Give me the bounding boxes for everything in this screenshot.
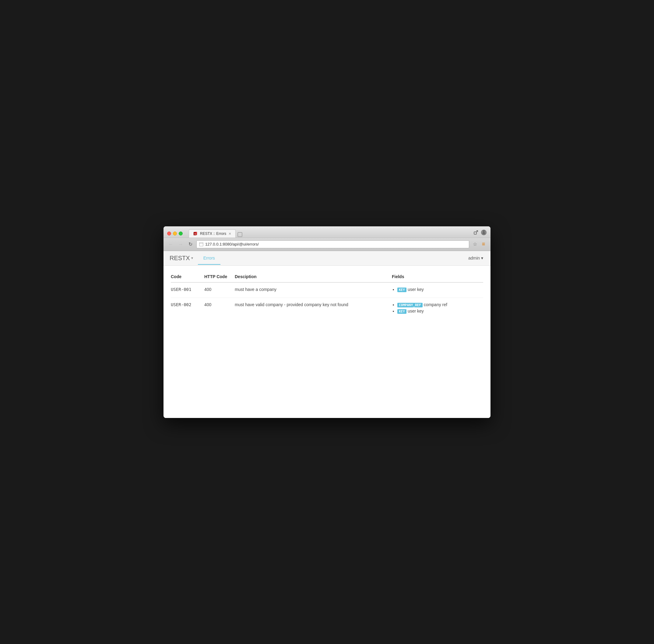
- tab-area: R RESTX :: Errors ×: [189, 229, 470, 238]
- cell-description: must have a company: [235, 282, 392, 298]
- title-bar: R RESTX :: Errors ×: [164, 226, 490, 238]
- brand-caret[interactable]: ▾: [191, 256, 193, 260]
- field-badge: COMPANY_REF: [397, 303, 422, 307]
- table-header: Code HTTP Code Desciption Fields: [171, 272, 483, 282]
- page-icon: [199, 242, 203, 247]
- col-description: Desciption: [235, 272, 392, 282]
- tab-close-icon[interactable]: ×: [229, 232, 231, 236]
- tab-title: RESTX :: Errors: [200, 232, 226, 236]
- field-item: COMPANY_REFcompany ref: [397, 302, 480, 307]
- close-button[interactable]: [167, 232, 171, 235]
- forward-button[interactable]: →: [177, 241, 184, 248]
- bookmark-icon[interactable]: ☆: [471, 241, 478, 248]
- browser-window: R RESTX :: Errors ×: [164, 226, 490, 418]
- window-controls: [473, 229, 487, 237]
- cell-code: USER-002: [171, 298, 204, 319]
- minimize-button[interactable]: [173, 232, 177, 235]
- restore-icon[interactable]: [473, 229, 479, 235]
- admin-menu[interactable]: admin ▾: [467, 253, 484, 263]
- nav-tabs: Errors: [198, 251, 220, 265]
- url-bar[interactable]: 127.0.0.1:8080/api/@ui/errors/: [196, 240, 469, 248]
- cell-http-code: 400: [204, 298, 235, 319]
- errors-table: Code HTTP Code Desciption Fields USER-00…: [171, 272, 483, 319]
- table-body: USER-001400must have a companyKEYuser ke…: [171, 282, 483, 319]
- table-row: USER-002400must have valid company - pro…: [171, 298, 483, 319]
- field-item: KEYuser key: [397, 287, 480, 292]
- cell-description: must have valid company - provided compa…: [235, 298, 392, 319]
- svg-rect-3: [238, 232, 242, 237]
- cell-code: USER-001: [171, 282, 204, 298]
- svg-point-9: [484, 232, 485, 232]
- field-item: KEYuser key: [397, 308, 480, 314]
- header-row: Code HTTP Code Desciption Fields: [171, 272, 483, 282]
- svg-point-8: [483, 232, 483, 232]
- tab-favicon-icon: R: [193, 232, 198, 236]
- brand-name[interactable]: RESTX: [170, 251, 190, 265]
- new-tab-button[interactable]: [236, 232, 244, 238]
- cell-fields: KEYuser key: [392, 282, 483, 298]
- new-tab-icon: [238, 232, 242, 237]
- svg-rect-10: [199, 243, 203, 246]
- back-button[interactable]: ←: [167, 241, 174, 248]
- field-label: company ref: [424, 302, 447, 307]
- tab-errors[interactable]: Errors: [198, 251, 220, 265]
- refresh-button[interactable]: ↻: [187, 241, 194, 248]
- field-badge: KEY: [397, 288, 407, 292]
- col-http-code: HTTP Code: [204, 272, 235, 282]
- cell-fields: COMPANY_REFcompany refKEYuser key: [392, 298, 483, 319]
- table-row: USER-001400must have a companyKEYuser ke…: [171, 282, 483, 298]
- address-actions: ☆ ≡: [471, 241, 487, 248]
- field-label: user key: [408, 308, 424, 314]
- maximize-button[interactable]: [179, 232, 183, 235]
- app-navbar: RESTX ▾ Errors admin ▾: [164, 251, 490, 266]
- browser-tab[interactable]: R RESTX :: Errors ×: [189, 229, 236, 238]
- field-badge: KEY: [397, 309, 407, 314]
- address-bar: ← → ↻ 127.0.0.1:8080/api/@ui/errors/ ☆ ≡: [164, 238, 490, 251]
- traffic-lights: [167, 232, 183, 235]
- url-text: 127.0.0.1:8080/api/@ui/errors/: [205, 242, 259, 247]
- col-fields: Fields: [392, 272, 483, 282]
- menu-icon[interactable]: ≡: [480, 241, 487, 248]
- field-label: user key: [408, 287, 424, 292]
- incognito-icon: [481, 229, 487, 235]
- nav-right: admin ▾: [467, 253, 484, 263]
- cell-http-code: 400: [204, 282, 235, 298]
- content-area: Code HTTP Code Desciption Fields USER-00…: [164, 266, 490, 418]
- svg-text:R: R: [195, 232, 196, 235]
- col-code: Code: [171, 272, 204, 282]
